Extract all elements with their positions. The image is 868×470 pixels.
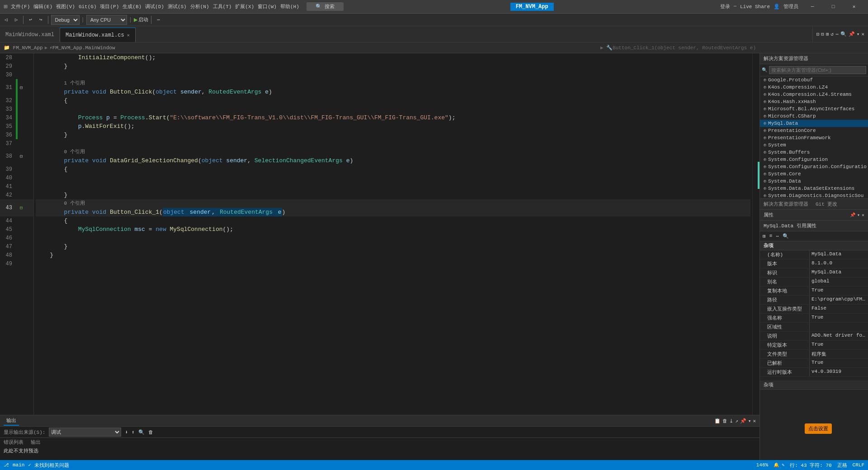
sol-icon-1[interactable]: ⊡ — [816, 31, 820, 37]
titlebar-right: 登录 ─ Live Share 👤 管理员 ─ □ ✕ — [720, 0, 864, 14]
sol-item-system[interactable]: ⊕ System — [760, 141, 868, 149]
output-icon-4[interactable]: ↗ — [735, 418, 738, 424]
output-more[interactable]: ▾ — [748, 418, 751, 424]
output-icon-b[interactable]: ⬆ — [132, 429, 135, 435]
sol-icon-6[interactable]: 🔍 — [840, 31, 847, 37]
code-line-28: InitializeComponent(); — [36, 53, 750, 62]
line-gutter-41: 41 — [0, 182, 33, 191]
output-icon-a[interactable]: ⬇ — [125, 429, 128, 435]
fold-47 — [18, 242, 25, 251]
props-icon-3[interactable]: ✕ — [862, 212, 864, 218]
sol-item-system-config[interactable]: ⊕ System.Configuration — [760, 156, 868, 163]
sol-item-system-core[interactable]: ⊕ System.Core — [760, 170, 868, 178]
manage-button[interactable]: 管理员 — [783, 3, 798, 10]
output-icon-c[interactable]: 🔍 — [138, 429, 145, 435]
output-icon-3[interactable]: ⤓ — [729, 418, 733, 424]
sol-item-system-diag[interactable]: ⊕ System.Diagnostics.DiagnosticSou — [760, 192, 868, 198]
nav-back[interactable]: ◁ — [2, 16, 10, 24]
watermark[interactable]: 点击设置 — [805, 423, 832, 434]
sol-item-presentation-fw[interactable]: ⊕ PresentationFramework — [760, 134, 868, 141]
undo-button[interactable]: ↩ — [26, 16, 35, 24]
output-icon-2[interactable]: 🗑 — [722, 418, 727, 424]
output-tab-bar: 输出 — [4, 416, 19, 426]
sol-icon-3[interactable]: ⊞ — [826, 31, 829, 37]
sol-icon-5[interactable]: ⋯ — [835, 31, 839, 37]
output-pin[interactable]: 📌 — [740, 418, 746, 424]
toolbar-more[interactable]: ⋯ — [154, 16, 163, 24]
code-line-47: } — [36, 242, 750, 251]
close-button[interactable]: ✕ — [844, 0, 864, 14]
props-icon-2[interactable]: ▾ — [857, 212, 860, 218]
minimize-button[interactable]: ─ — [802, 0, 823, 14]
sol-search-input[interactable] — [769, 66, 866, 74]
fold-43[interactable]: ⊟ — [18, 204, 25, 212]
sol-footer-tab2[interactable]: Git 更改 — [812, 199, 841, 209]
output-icon-d[interactable]: 🗑 — [148, 429, 153, 435]
profile-button[interactable]: 👤 — [774, 4, 780, 9]
test-menu: 测试(S) — [168, 3, 187, 10]
login-button[interactable]: 登录 — [720, 3, 730, 10]
props-icon-1[interactable]: 📌 — [850, 212, 855, 218]
props-tb-1[interactable]: ⊞ — [762, 232, 767, 240]
error-list-tab[interactable]: 错误列表 — [4, 438, 24, 446]
tab-close-icon[interactable]: ✕ — [127, 33, 130, 38]
sol-item-k4os-lz4[interactable]: ⊕ K4os.Compression.LZ4 — [760, 84, 868, 91]
right-panel: 解决方案资源管理器 🔍 ⊕ Google.Protobuf ⊕ K4os.Com… — [760, 53, 868, 460]
sol-item-system-data[interactable]: ⊕ System.Data — [760, 178, 868, 185]
fold-30 — [18, 70, 25, 79]
output-source-label: 显示输出来源(S): — [4, 429, 45, 436]
class-breadcrumb[interactable]: ⚡FM_NVM_App.MainWindow — [49, 45, 115, 51]
sol-more[interactable]: ▾ — [857, 31, 860, 37]
start-button[interactable]: ▶ 启动 — [134, 16, 148, 24]
sol-item-k4os-hash[interactable]: ⊕ K4os.Hash.xxHash — [760, 98, 868, 105]
output-source-select[interactable]: 调试 — [49, 428, 121, 437]
sol-icon-4[interactable]: ↺ — [831, 31, 834, 37]
maximize-button[interactable]: □ — [823, 0, 844, 14]
output-icon-1[interactable]: 📋 — [714, 418, 721, 424]
project-menu: 项目(P) — [100, 3, 119, 10]
sol-item-system-data-dse[interactable]: ⊕ System.Data.DataSetExtensions — [760, 185, 868, 192]
sol-pin[interactable]: 📌 — [849, 31, 855, 37]
props-tb-2[interactable]: ≡ — [769, 232, 774, 240]
toolbar-separator-3 — [151, 16, 151, 24]
git-branch-icon: ⎇ — [4, 462, 9, 468]
app-title: FM_NVM_App — [510, 3, 554, 11]
sol-footer-tab1[interactable]: 解决方案资源管理器 — [760, 199, 812, 209]
properties-panel: 属性 📌 ▾ ✕ MySql.Data 引用属性 ⊞ ≡ ⋯ 🔍 — [760, 210, 868, 460]
zoom-pct[interactable]: 146% — [756, 462, 768, 468]
tab-xaml[interactable]: MainWindow.xaml — [0, 28, 60, 42]
output-close[interactable]: ✕ — [753, 418, 756, 424]
redo-button[interactable]: ↪ — [37, 16, 45, 24]
fold-38[interactable]: ⊟ — [18, 152, 25, 161]
sol-item-mysql[interactable]: ⊕ MySql.Data — [760, 120, 868, 127]
editor-scrollbar[interactable] — [752, 53, 760, 415]
code-editor[interactable]: InitializeComponent(); } 1 个引用 — [34, 53, 752, 415]
code-line-30 — [36, 70, 750, 79]
live-share-button[interactable]: Live Share — [740, 4, 770, 9]
prop-row-alias: 别名 global — [760, 277, 868, 287]
platform-select[interactable]: Any CPU — [86, 15, 127, 25]
search-box[interactable]: 🔍 搜索 — [307, 2, 344, 11]
props-subtitle: MySql.Data 引用属性 — [760, 221, 868, 231]
sol-close[interactable]: ✕ — [861, 31, 864, 37]
output-tab-label[interactable]: 输出 — [31, 438, 41, 446]
tab-output[interactable]: 输出 — [4, 416, 19, 426]
sol-item-presentation-core[interactable]: ⊕ PresentationCore — [760, 127, 868, 134]
sol-item-system-config-cfg[interactable]: ⊕ System.Configuration.Configuratio — [760, 163, 868, 170]
titlebar-center: FM_NVM_App — [510, 4, 554, 10]
sol-item-system-buffers[interactable]: ⊕ System.Buffers — [760, 149, 868, 156]
props-tb-3[interactable]: ⋯ — [775, 232, 780, 240]
sol-item-ms-bcl[interactable]: ⊕ Microsoft.Bcl.AsyncInterfaces — [760, 105, 868, 113]
tab-xaml-cs[interactable]: MainWindow.xaml.cs ✕ — [60, 28, 136, 42]
debug-config-select[interactable]: Debug — [51, 15, 80, 25]
sol-item-k4os-lz4-streams[interactable]: ⊕ K4os.Compression.LZ4.Streams — [760, 91, 868, 98]
line-gutter-39: 39 — [0, 165, 33, 174]
git-menu: Git(G) — [79, 4, 97, 9]
fold-37 — [18, 139, 25, 148]
fold-31[interactable]: ⊟ — [18, 84, 25, 92]
props-tb-4[interactable]: 🔍 — [782, 232, 790, 240]
sol-icon-2[interactable]: ⊟ — [821, 31, 824, 37]
sol-item-google-protobuf[interactable]: ⊕ Google.Protobuf — [760, 76, 868, 84]
nav-forward[interactable]: ▷ — [12, 16, 21, 24]
sol-item-ms-csharp[interactable]: ⊕ Microsoft.CSharp — [760, 113, 868, 120]
